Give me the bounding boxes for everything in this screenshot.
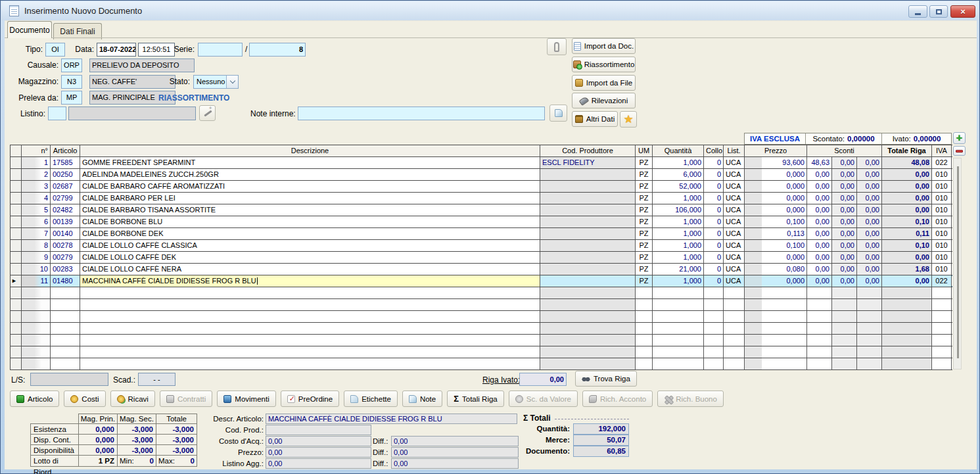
trova-riga-button[interactable]: Trova Riga	[575, 371, 637, 387]
header-descrizione[interactable]: Descrizione	[80, 145, 540, 156]
cell-articolo[interactable]: 02482	[51, 204, 80, 216]
cell-um[interactable]: PZ	[636, 275, 653, 287]
cell-quantita[interactable]: 1,000	[653, 216, 704, 227]
cell-sconto-1[interactable]: 0,00	[807, 193, 832, 204]
tipo-field[interactable]: OI	[45, 43, 65, 57]
header-iva[interactable]: IVA	[932, 145, 952, 156]
cell-sconto-2[interactable]: 0,00	[832, 181, 857, 192]
row-selector[interactable]: ►	[11, 275, 22, 287]
cell-sconto-2[interactable]: 0,00	[832, 275, 857, 287]
grid-row[interactable]: 502482CIALDE BARBARO TISANA ASSORTITEPZ1…	[11, 204, 952, 216]
cell-cod-produttore[interactable]	[540, 275, 636, 287]
cell-totale-riga[interactable]: 0,10	[882, 216, 932, 227]
row-selector[interactable]	[11, 240, 22, 251]
cell-totale-riga[interactable]: 1,68	[882, 264, 932, 275]
cell-sconto-1[interactable]: 0,00	[807, 169, 832, 180]
cell-numero[interactable]: 6	[22, 216, 51, 227]
preferiti-button[interactable]: ★	[620, 111, 637, 128]
cell-list[interactable]: UCA	[724, 275, 745, 287]
delete-row-button[interactable]	[953, 146, 966, 156]
cell-iva[interactable]: 010	[932, 204, 952, 216]
costi-button[interactable]: Costi	[64, 391, 105, 407]
header-collo[interactable]: Collo	[704, 145, 724, 156]
cell-quantita[interactable]: 1,000	[653, 252, 704, 263]
cell-numero[interactable]: 5	[22, 204, 51, 216]
cell-sconto-1[interactable]: 0,00	[807, 275, 832, 287]
cell-totale-riga[interactable]: 48,08	[882, 157, 932, 168]
cell-sconto-3[interactable]: 0,00	[857, 264, 882, 275]
cell-descrizione[interactable]: CIALDE BARBARO TISANA ASSORTITE	[80, 204, 540, 216]
grid-row[interactable]: 302687CIALDE BARBARO CAFFÈ AROMATIZZATIP…	[11, 181, 952, 193]
cell-collo[interactable]: 0	[704, 228, 724, 239]
row-selector[interactable]	[11, 204, 22, 216]
cell-collo[interactable]: 0	[704, 264, 724, 275]
cell-sconto-3[interactable]: 0,00	[857, 252, 882, 263]
cell-iva[interactable]: 010	[932, 252, 952, 263]
cell-prezzo[interactable]: 0,000	[745, 252, 807, 263]
grid-row[interactable]: 200250ADELINDA MADELEINES ZUCCH.250GRPZ6…	[11, 169, 952, 181]
cell-iva[interactable]: 010	[932, 169, 952, 180]
minimize-button[interactable]	[908, 5, 927, 18]
cell-collo[interactable]: 0	[704, 252, 724, 263]
cell-sconto-3[interactable]: 0,00	[857, 240, 882, 251]
cell-prezzo[interactable]: 0,000	[745, 169, 807, 180]
scad-field[interactable]: - -	[138, 373, 175, 386]
cell-quantita[interactable]: 21,000	[653, 264, 704, 275]
ls-field[interactable]	[30, 373, 108, 386]
cell-sconto-2[interactable]: 0,00	[832, 204, 857, 216]
cell-prezzo[interactable]: 0,080	[745, 264, 807, 275]
row-selector[interactable]	[11, 157, 22, 168]
cell-numero[interactable]: 4	[22, 193, 51, 204]
magazzino-field[interactable]: N3	[61, 75, 82, 89]
cell-list[interactable]: UCA	[724, 193, 745, 204]
cell-iva[interactable]: 010	[932, 216, 952, 227]
cell-descrizione[interactable]: MACCHINA CAFFÈ CIALDE DIDIESSE FROG R BL…	[80, 275, 540, 287]
note-button[interactable]: Note	[402, 391, 442, 407]
grid-scrollbar[interactable]	[953, 158, 962, 369]
cell-list[interactable]: UCA	[724, 264, 745, 275]
causale-field[interactable]: ORP	[61, 59, 82, 72]
cell-list[interactable]: UCA	[724, 169, 745, 180]
serie-num-field[interactable]: 8	[249, 43, 306, 57]
cell-sconto-3[interactable]: 0,00	[857, 169, 882, 180]
cell-articolo[interactable]: 00278	[51, 240, 80, 251]
cell-collo[interactable]: 0	[704, 240, 724, 251]
altri-dati-button[interactable]: Altri Dati	[572, 111, 618, 127]
totali-riga-button[interactable]: ΣTotali Riga	[447, 391, 504, 407]
listino-wand-button[interactable]	[199, 105, 216, 121]
cell-numero[interactable]: 8	[22, 240, 51, 251]
cell-descrizione[interactable]: CIALDE LOLLO CAFFÈ NERA	[80, 264, 540, 275]
cell-collo[interactable]: 0	[704, 204, 724, 216]
cell-sconto-2[interactable]: 0,00	[832, 157, 857, 168]
row-selector[interactable]	[11, 193, 22, 204]
cell-list[interactable]: UCA	[724, 216, 745, 227]
cell-totale-riga[interactable]: 0,00	[882, 275, 932, 287]
cell-cod-produttore[interactable]	[540, 264, 636, 275]
cell-descrizione[interactable]: CIALDE BARBARO CAFFÈ AROMATIZZATI	[80, 181, 540, 192]
cell-descrizione[interactable]: GOMME FREEDENT SPEARMINT	[80, 157, 540, 168]
cell-sconto-3[interactable]: 0,00	[857, 204, 882, 216]
cell-sconto-1[interactable]: 48,63	[807, 157, 832, 168]
cell-um[interactable]: PZ	[636, 240, 653, 251]
cell-quantita[interactable]: 1,000	[653, 193, 704, 204]
cell-descrizione[interactable]: CIALDE LOLLO CAFFÈ CLASSICA	[80, 240, 540, 251]
cell-numero[interactable]: 1	[22, 157, 51, 168]
cell-sconto-1[interactable]: 0,00	[807, 264, 832, 275]
cell-totale-riga[interactable]: 0,10	[882, 240, 932, 251]
cell-iva[interactable]: 022	[932, 275, 952, 287]
cell-articolo[interactable]: 00140	[51, 228, 80, 239]
listino-field[interactable]	[48, 107, 66, 120]
cell-um[interactable]: PZ	[636, 193, 653, 204]
cell-sconto-2[interactable]: 0,00	[832, 252, 857, 263]
dropdown-button[interactable]	[226, 76, 238, 88]
tab-documento[interactable]: Documento	[7, 21, 52, 38]
grid-row[interactable]: 117585GOMME FREEDENT SPEARMINTESCL FIDEL…	[11, 157, 952, 169]
cell-quantita[interactable]: 6,000	[653, 169, 704, 180]
grid-row[interactable]: 700140CIALDE BORBONE DEKPZ1,0000UCA0,113…	[11, 228, 952, 240]
cell-list[interactable]: UCA	[724, 157, 745, 168]
cell-iva[interactable]: 010	[932, 228, 952, 239]
cell-collo[interactable]: 0	[704, 181, 724, 192]
cell-quantita[interactable]: 1,000	[653, 157, 704, 168]
close-button[interactable]: ×	[950, 5, 975, 18]
data-field[interactable]: 18-07-2022	[97, 43, 136, 57]
